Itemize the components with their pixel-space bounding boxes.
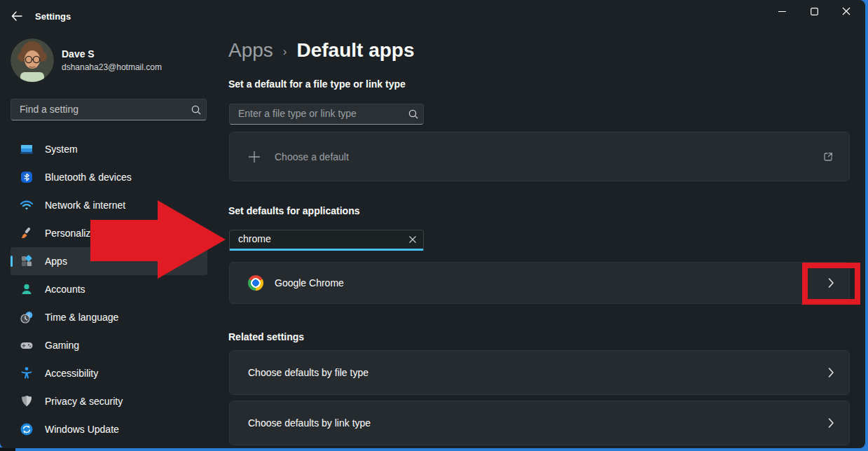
avatar <box>11 39 54 82</box>
clear-x-icon <box>408 235 417 244</box>
profile-email: dshanaha23@hotmail.com <box>62 62 162 72</box>
minimize-icon <box>778 8 786 15</box>
breadcrumb: Apps › Default apps <box>228 39 415 62</box>
gamepad-icon <box>20 338 34 352</box>
selection-indicator <box>11 256 13 267</box>
maximize-icon <box>811 8 818 15</box>
defaults-by-link-type-row[interactable]: Choose defaults by link type <box>229 401 850 445</box>
sidebar-item-apps[interactable]: Apps <box>11 247 207 275</box>
back-arrow-icon <box>11 11 22 21</box>
shield-icon <box>20 394 34 408</box>
app-search-box <box>229 230 424 251</box>
related-settings-heading: Related settings <box>228 331 304 342</box>
sidebar-item-label: System <box>45 144 78 155</box>
sidebar-item-accessibility[interactable]: Accessibility <box>11 359 207 387</box>
sidebar-item-label: Time & language <box>45 312 118 323</box>
sidebar-item-label: Gaming <box>45 340 79 351</box>
search-icon <box>186 105 206 115</box>
main-content: Apps › Default apps Set a default for a … <box>217 34 865 448</box>
sidebar-item-personalization[interactable]: Personalization <box>11 219 207 247</box>
google-chrome-row[interactable]: Google Chrome <box>229 262 850 304</box>
avatar-image <box>11 39 54 82</box>
sidebar-item-network-internet[interactable]: Network & internet <box>11 191 207 219</box>
settings-window: Settings <box>0 0 865 448</box>
close-icon <box>842 7 850 15</box>
system-icon <box>20 142 34 156</box>
choose-default-card[interactable]: Choose a default <box>229 132 850 181</box>
maximize-button[interactable] <box>798 0 830 22</box>
sidebar-item-windows-update[interactable]: Windows Update <box>11 415 207 443</box>
sidebar-item-label: Personalization <box>45 228 112 239</box>
sidebar-item-accounts[interactable]: Accounts <box>11 275 207 303</box>
search-icon <box>404 109 423 119</box>
row-label: Choose defaults by file type <box>248 367 368 378</box>
page-title: Default apps <box>297 39 415 62</box>
accessibility-person-icon <box>20 366 34 380</box>
sidebar-item-privacy-security[interactable]: Privacy & security <box>11 387 207 415</box>
window-controls <box>766 0 862 22</box>
back-button[interactable] <box>6 6 28 27</box>
chevron-right-icon <box>828 278 834 288</box>
wifi-icon <box>20 198 34 212</box>
sidebar-item-gaming[interactable]: Gaming <box>11 331 207 359</box>
sidebar-nav: System Bluetooth & devices <box>11 135 207 443</box>
sidebar-item-label: Apps <box>45 256 67 267</box>
plus-icon <box>248 151 261 163</box>
defaults-by-file-type-row[interactable]: Choose defaults by file type <box>229 350 850 395</box>
row-label: Choose defaults by link type <box>248 417 371 429</box>
chevron-right-icon <box>828 418 834 428</box>
profile-card[interactable]: Dave S dshanaha23@hotmail.com <box>11 39 162 82</box>
applications-section-heading: Set defaults for applications <box>228 205 359 216</box>
sidebar-item-system[interactable]: System <box>11 135 207 163</box>
minimize-button[interactable] <box>766 0 798 22</box>
sidebar-item-label: Bluetooth & devices <box>45 172 132 183</box>
choose-default-label: Choose a default <box>275 151 349 162</box>
apps-icon <box>20 254 34 268</box>
desktop-backdrop: Settings <box>0 0 868 451</box>
sidebar-item-label: Network & internet <box>45 200 125 211</box>
clear-search-button[interactable] <box>402 230 423 249</box>
app-search-input[interactable] <box>230 233 402 246</box>
find-a-setting-input[interactable] <box>11 104 186 116</box>
brush-icon <box>20 226 34 240</box>
file-type-search-input[interactable] <box>230 108 404 120</box>
sidebar-item-label: Privacy & security <box>45 396 123 407</box>
person-icon <box>20 282 34 296</box>
bluetooth-icon <box>20 170 34 184</box>
clock-globe-icon <box>20 310 34 324</box>
external-link-icon <box>822 151 834 162</box>
sidebar-item-label: Windows Update <box>45 424 119 435</box>
sidebar-item-label: Accessibility <box>45 368 98 379</box>
window-title: Settings <box>35 11 71 22</box>
google-chrome-icon <box>248 275 263 291</box>
chevron-right-icon <box>828 368 834 377</box>
file-type-search-box <box>229 104 424 125</box>
profile-text: Dave S dshanaha23@hotmail.com <box>62 48 162 72</box>
titlebar: Settings <box>0 0 865 34</box>
sidebar-item-bluetooth-devices[interactable]: Bluetooth & devices <box>11 163 207 191</box>
app-name: Google Chrome <box>275 277 344 289</box>
file-type-section-heading: Set a default for a file type or link ty… <box>228 78 406 90</box>
breadcrumb-separator-icon: › <box>283 45 287 59</box>
update-icon <box>20 422 34 436</box>
sidebar-item-label: Accounts <box>45 284 85 295</box>
sidebar: Dave S dshanaha23@hotmail.com <box>0 34 217 448</box>
breadcrumb-apps[interactable]: Apps <box>228 39 273 62</box>
close-button[interactable] <box>830 0 862 22</box>
profile-name: Dave S <box>62 48 162 60</box>
find-a-setting-box <box>11 99 207 120</box>
sidebar-item-time-language[interactable]: Time & language <box>11 303 207 331</box>
